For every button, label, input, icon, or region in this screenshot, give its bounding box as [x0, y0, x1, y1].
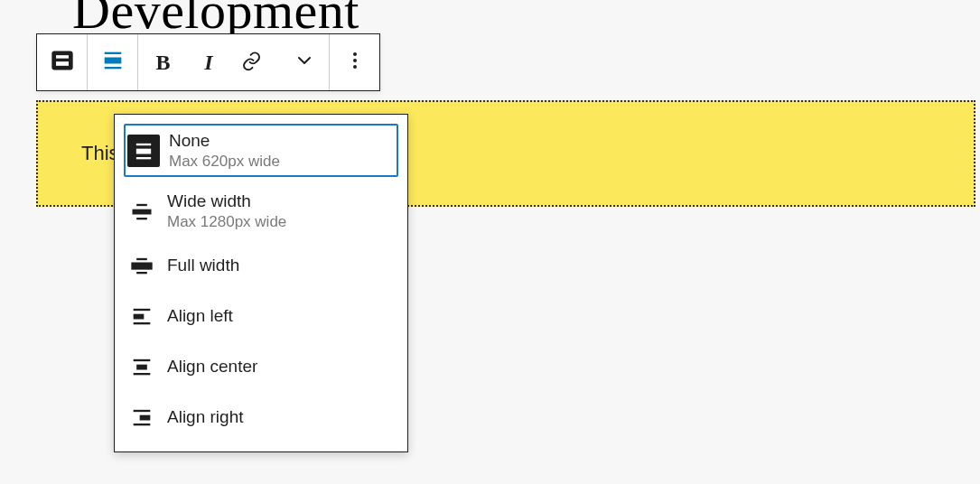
svg-rect-0	[52, 52, 71, 70]
align-right-icon	[126, 401, 158, 433]
align-option-full[interactable]: Full width	[115, 240, 407, 291]
chevron-down-icon	[294, 50, 315, 75]
italic-button[interactable]: I	[188, 34, 229, 90]
link-button[interactable]	[229, 34, 279, 90]
align-none-boxed-icon	[127, 135, 160, 167]
toolbar-group-format: B I	[138, 34, 330, 90]
align-center-icon	[126, 350, 158, 383]
svg-rect-2	[56, 61, 69, 66]
toolbar-group-block-type	[37, 34, 88, 90]
svg-rect-3	[104, 52, 121, 54]
align-option-left[interactable]: Align left	[115, 291, 407, 341]
align-left-icon	[126, 300, 158, 332]
align-option-label: Align center	[167, 357, 257, 377]
toolbar-group-more	[330, 34, 379, 90]
align-option-center[interactable]: Align center	[115, 341, 407, 392]
bold-button[interactable]: B	[138, 34, 188, 90]
align-option-label: None	[169, 131, 280, 151]
svg-point-8	[353, 65, 357, 69]
svg-rect-4	[104, 58, 121, 64]
more-rich-text-button[interactable]	[279, 34, 329, 90]
align-option-desc: Max 1280px wide	[167, 213, 286, 231]
svg-rect-24	[134, 410, 151, 412]
svg-point-7	[353, 59, 357, 62]
toolbar-group-align	[88, 34, 138, 90]
link-icon	[243, 49, 266, 76]
svg-rect-23	[134, 373, 151, 375]
svg-rect-12	[136, 204, 147, 206]
svg-rect-14	[136, 218, 147, 219]
svg-rect-11	[136, 157, 151, 159]
svg-rect-22	[136, 364, 147, 369]
svg-rect-13	[133, 209, 152, 215]
svg-rect-5	[104, 67, 121, 69]
svg-rect-9	[136, 144, 151, 145]
align-option-label: Full width	[167, 256, 239, 275]
align-option-desc: Max 620px wide	[169, 153, 280, 171]
align-option-label: Align left	[167, 306, 233, 326]
align-wide-icon	[126, 195, 158, 228]
align-option-wide[interactable]: Wide width Max 1280px wide	[115, 182, 407, 239]
block-toolbar: B I	[36, 33, 380, 91]
svg-point-6	[353, 52, 357, 56]
group-block-icon	[50, 48, 75, 77]
align-option-right[interactable]: Align right	[115, 392, 407, 442]
svg-rect-18	[134, 309, 151, 311]
align-option-none[interactable]: None Max 620px wide	[124, 124, 398, 177]
align-button[interactable]	[88, 34, 137, 90]
align-none-icon	[100, 48, 126, 77]
align-option-label: Align right	[167, 407, 244, 427]
svg-rect-1	[56, 55, 69, 58]
more-vertical-icon	[344, 50, 366, 75]
svg-rect-26	[134, 424, 151, 425]
align-option-label: Wide width	[167, 191, 286, 211]
svg-rect-19	[134, 313, 145, 319]
svg-rect-25	[140, 414, 151, 420]
svg-rect-15	[136, 258, 147, 260]
svg-rect-10	[136, 148, 151, 154]
align-dropdown: None Max 620px wide Wide width Max 1280p…	[114, 114, 408, 452]
svg-rect-16	[131, 262, 152, 269]
svg-rect-17	[136, 272, 147, 274]
align-full-icon	[126, 249, 158, 282]
svg-rect-20	[134, 322, 151, 324]
svg-rect-21	[134, 359, 151, 361]
block-type-button[interactable]	[37, 34, 87, 90]
more-options-button[interactable]	[330, 34, 379, 90]
